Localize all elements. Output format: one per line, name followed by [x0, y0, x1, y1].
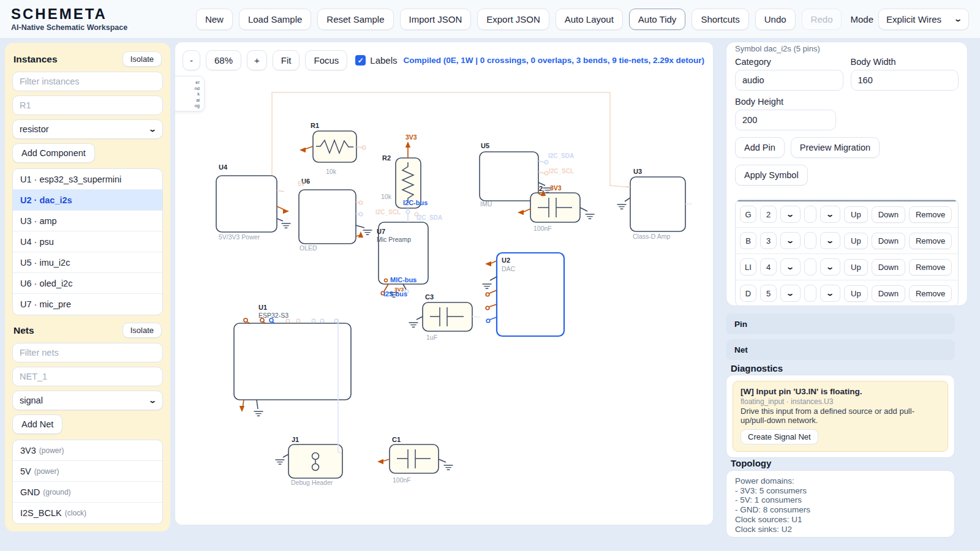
- fit-button[interactable]: Fit: [273, 50, 300, 70]
- pin-down-button[interactable]: Down: [872, 285, 905, 302]
- canvas-label-1uf: 1uF: [426, 334, 437, 341]
- pin-side-select[interactable]: ⌄: [780, 258, 801, 276]
- pin-remove-button[interactable]: Remove: [909, 206, 952, 223]
- pin-name-input[interactable]: [740, 206, 756, 223]
- header-button-import-json[interactable]: Import JSON: [400, 9, 472, 30]
- schematic-svg[interactable]: [175, 42, 714, 525]
- instance-item-u2[interactable]: U2 · dac_i2s: [13, 190, 162, 211]
- nets-isolate-button[interactable]: Isolate: [123, 323, 162, 338]
- new-net-name-input[interactable]: [12, 367, 163, 386]
- component-u5[interactable]: [480, 152, 538, 201]
- net-item-3v3[interactable]: 3V3(power): [13, 440, 162, 461]
- pin-section-header[interactable]: Pin: [726, 313, 955, 334]
- pin-kind-select[interactable]: ⌄: [820, 258, 840, 276]
- header-button-new[interactable]: New: [196, 9, 233, 30]
- header-buttons: NewLoad SampleReset SampleImport JSONExp…: [196, 9, 842, 30]
- pin-offset-input[interactable]: [804, 206, 816, 223]
- component-u3[interactable]: [630, 177, 685, 231]
- zoom-level[interactable]: 68%: [206, 50, 241, 70]
- filter-instances-input[interactable]: [12, 72, 163, 91]
- net-item-gnd[interactable]: GND(ground): [13, 482, 162, 503]
- instance-item-u5[interactable]: U5 · imu_i2c: [13, 252, 162, 273]
- chevron-down-icon: ⌄: [826, 210, 834, 219]
- canvas-label-10k: 10k: [326, 168, 336, 175]
- component-u6[interactable]: [299, 190, 356, 244]
- pin-up-button[interactable]: Up: [844, 259, 868, 276]
- preview-migration-button[interactable]: Preview Migration: [791, 137, 880, 158]
- header-button-redo[interactable]: Redo: [802, 9, 842, 30]
- pin-offset-input[interactable]: [804, 232, 816, 249]
- legend-popup: erndkalog: [175, 76, 205, 111]
- app-header: SCHEMETA AI-Native Schematic Workspace N…: [0, 0, 980, 38]
- pin-kind-select[interactable]: ⌄: [820, 285, 840, 302]
- instances-title: Instances: [13, 54, 58, 65]
- pin-side-select[interactable]: ⌄: [780, 232, 801, 249]
- instance-type-select[interactable]: resistor⌄: [12, 119, 163, 139]
- symbol-title: Symbol dac_i2s (5 pins): [735, 44, 959, 53]
- header-button-undo[interactable]: Undo: [755, 9, 796, 30]
- component-u4[interactable]: [216, 176, 277, 232]
- pin-remove-button[interactable]: Remove: [909, 259, 952, 276]
- pin-remove-button[interactable]: Remove: [909, 233, 952, 249]
- add-net-button[interactable]: Add Net: [12, 414, 62, 434]
- pin-down-button[interactable]: Down: [872, 259, 905, 276]
- header-button-export-json[interactable]: Export JSON: [477, 9, 549, 30]
- pin-number-input[interactable]: [760, 285, 777, 302]
- component-u1[interactable]: [234, 323, 351, 400]
- pin-name-input[interactable]: [740, 232, 756, 249]
- net-item-i2s-bclk[interactable]: I2S_BCLK(clock): [13, 503, 162, 523]
- instance-item-u4[interactable]: U4 · psu: [13, 231, 162, 252]
- header-button-load-sample[interactable]: Load Sample: [239, 9, 311, 30]
- filter-nets-input[interactable]: [12, 343, 163, 362]
- create-signal-net-button[interactable]: Create Signal Net: [741, 429, 818, 444]
- instance-item-u6[interactable]: U6 · oled_i2c: [13, 273, 162, 294]
- instance-item-u7[interactable]: U7 · mic_pre: [13, 294, 162, 315]
- component-u7[interactable]: [379, 222, 428, 284]
- net-item-5v[interactable]: 5V(power): [13, 461, 162, 482]
- canvas-label-c1: C1: [392, 436, 401, 443]
- canvas-label-i2c-bus: I2C-bus: [403, 199, 428, 206]
- labels-checkbox[interactable]: ✓ Labels: [355, 55, 397, 66]
- zoom-out-button[interactable]: -: [183, 50, 200, 70]
- instance-item-u3[interactable]: U3 · amp: [13, 211, 162, 231]
- pin-up-button[interactable]: Up: [844, 233, 868, 249]
- header-button-auto-layout[interactable]: Auto Layout: [556, 9, 623, 30]
- pin-up-button[interactable]: Up: [844, 285, 868, 302]
- add-pin-button[interactable]: Add Pin: [735, 137, 785, 158]
- pin-number-input[interactable]: [760, 206, 777, 223]
- pin-name-input[interactable]: [740, 258, 756, 276]
- canvas-label-5v: 5V: [298, 181, 305, 187]
- pin-name-input[interactable]: [740, 285, 756, 302]
- pin-side-select[interactable]: ⌄: [780, 285, 801, 302]
- pin-number-input[interactable]: [760, 258, 777, 276]
- pin-number-input[interactable]: [760, 232, 777, 249]
- pin-offset-input[interactable]: [804, 258, 816, 276]
- net-section-header[interactable]: Net: [726, 339, 955, 360]
- canvas-label-u3: U3: [633, 168, 642, 175]
- pin-side-select[interactable]: ⌄: [780, 206, 801, 223]
- mode-select[interactable]: Explicit Wires⌄: [878, 9, 969, 30]
- pin-kind-select[interactable]: ⌄: [820, 206, 840, 223]
- category-input[interactable]: [735, 70, 843, 91]
- pin-down-button[interactable]: Down: [872, 233, 905, 249]
- chevron-down-icon: ⌄: [786, 236, 794, 245]
- header-button-auto-tidy[interactable]: Auto Tidy: [629, 9, 686, 30]
- new-instance-ref-input[interactable]: [12, 96, 163, 115]
- pin-down-button[interactable]: Down: [872, 206, 905, 223]
- header-button-reset-sample[interactable]: Reset Sample: [317, 9, 393, 30]
- instance-item-u1[interactable]: U1 · esp32_s3_supermini: [13, 169, 162, 190]
- body-width-input[interactable]: [851, 70, 959, 91]
- body-height-input[interactable]: [735, 110, 836, 130]
- pin-offset-input[interactable]: [804, 285, 816, 302]
- pin-up-button[interactable]: Up: [844, 206, 868, 223]
- apply-symbol-button[interactable]: Apply Symbol: [735, 165, 808, 186]
- pin-remove-button[interactable]: Remove: [909, 285, 952, 302]
- net-type-select[interactable]: signal⌄: [12, 391, 163, 410]
- schematic-canvas[interactable]: - 68% + Fit Focus ✓ Labels Compiled (0E,…: [175, 42, 714, 525]
- focus-button[interactable]: Focus: [305, 50, 347, 70]
- zoom-in-button[interactable]: +: [247, 50, 267, 70]
- add-component-button[interactable]: Add Component: [12, 143, 95, 163]
- pin-kind-select[interactable]: ⌄: [820, 232, 840, 249]
- header-button-shortcuts[interactable]: Shortcuts: [692, 9, 748, 30]
- instances-isolate-button[interactable]: Isolate: [123, 51, 162, 67]
